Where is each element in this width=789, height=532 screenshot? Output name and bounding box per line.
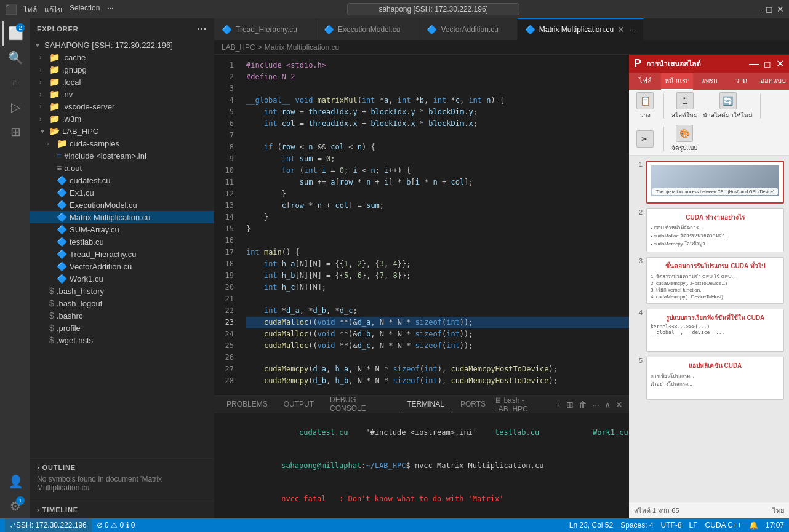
status-time: 17:07 [766, 521, 784, 530]
tool-divider-1 [663, 94, 664, 119]
terminal-add-button[interactable]: + [555, 399, 563, 411]
sidebar-item-local[interactable]: › 📁 .local [30, 76, 214, 88]
slides-nav-insert[interactable]: แทรก [693, 73, 725, 90]
status-ssh-item[interactable]: ⇌ SSH: 172.30.222.196 [5, 518, 92, 532]
activity-settings[interactable]: ⚙ 1 [2, 494, 27, 518]
matrix-tab-more[interactable]: ··· [630, 25, 636, 34]
menu-edit[interactable]: แก้ไข [44, 4, 62, 15]
bottom-panel: PROBLEMS OUTPUT DEBUG CONSOLE TERMINAL P… [214, 395, 629, 518]
sidebar-item-nv[interactable]: › 📁 .nv [30, 88, 214, 100]
tab-matrix[interactable]: 🔷 Matrix Multiplication.cu ✕ ··· [518, 18, 644, 40]
terminal-more-button[interactable]: ··· [591, 399, 601, 411]
activity-explorer[interactable]: ⬜ 2 [2, 21, 27, 46]
status-encoding[interactable]: UTF-8 [661, 521, 682, 530]
slide-thumb-2[interactable]: 2 CUDA ทำงานอย่างไร • CPU ทำหน้าที่จัดกา… [634, 208, 784, 252]
sidebar-item-executionmodel-cu[interactable]: › 🔷 ExecutionModel.cu [30, 199, 214, 211]
window-controls: — ◻ ✕ [753, 4, 784, 14]
status-errors[interactable]: ⊘ 0 ⚠ 0 ℹ 0 [97, 521, 135, 530]
sidebar-item-cache[interactable]: › 📁 .cache [30, 51, 214, 63]
slides-minimize-icon[interactable]: — [749, 58, 759, 69]
sidebar-item-cudatest-cu[interactable]: › 🔷 cudatest.cu [30, 174, 214, 186]
slides-close-icon[interactable]: ✕ [776, 58, 784, 69]
status-notifications-icon[interactable]: 🔔 [749, 521, 758, 530]
sidebar-item-ex1-cu[interactable]: › 🔷 Ex1.cu [30, 186, 214, 199]
menu-file[interactable]: ไฟล์ [23, 4, 37, 15]
tab-tread-hierachy[interactable]: 🔷 Tread_Hierachy.cu ✕ [214, 18, 316, 40]
activity-accounts[interactable]: 👤 [2, 469, 27, 494]
slides-expand-icon[interactable]: ◻ [764, 59, 771, 69]
sidebar-item-bashrc[interactable]: › $ .bashrc [30, 309, 214, 322]
sidebar-item-a-out[interactable]: › ≡ a.out [30, 162, 214, 174]
code-lines[interactable]: #include <stdio.h> #define N 2 __global_… [241, 55, 629, 395]
sidebar-item-vscode-server[interactable]: › 📁 .vscode-server [30, 100, 214, 113]
tab-executionmodel[interactable]: 🔷 ExecutionModel.cu ✕ [316, 18, 419, 40]
slides-tool-paste[interactable]: 📋 วาง [634, 92, 656, 120]
search-input[interactable]: sahapong [SSH: 172.30.222.196] [347, 3, 519, 15]
sidebar-item-profile[interactable]: › $ .profile [30, 322, 214, 334]
terminal-split-button[interactable]: ⊞ [565, 399, 575, 411]
sidebar-item-vectoraddition-cu[interactable]: › 🔷 VectorAddition.cu [30, 260, 214, 272]
sidebar-item-wget-hsts[interactable]: › $ .wget-hsts [30, 334, 214, 346]
terminal-collapse-button[interactable]: ∧ [603, 399, 612, 411]
slides-tool-new-slide[interactable]: 🗒 สไลด์ใหม่ [671, 92, 698, 120]
terminal-trash-button[interactable]: 🗑 [577, 399, 588, 411]
activity-search[interactable]: 🔍 [2, 46, 27, 70]
close-button[interactable]: ✕ [777, 4, 784, 14]
restore-button[interactable]: ◻ [766, 4, 773, 14]
terminal-close-button[interactable]: ✕ [614, 399, 624, 411]
activity-source-control[interactable]: ⑃ [2, 70, 27, 95]
sidebar-item-matrix-cu[interactable]: › 🔷 Matrix Multiplication.cu [30, 211, 214, 223]
sidebar-item-bash-history[interactable]: › $ .bash_history [30, 285, 214, 297]
status-language[interactable]: CUDA C++ [705, 521, 742, 530]
terminal-content[interactable]: cudatest.cu '#include <iostream>.ini' te… [214, 413, 629, 518]
slide-thumb-3[interactable]: 3 ขั้นตอนการรันโปรแกรม CUDA ทั่วไป 1. จั… [634, 257, 784, 304]
slides-nav-file[interactable]: ไฟล์ [629, 73, 661, 90]
activity-extensions[interactable]: ⊞ [2, 119, 27, 144]
tree-root[interactable]: ▼ SAHAPONG [SSH: 172.30.222.196] [30, 39, 214, 51]
tab-debug-console[interactable]: DEBUG CONSOLE [322, 396, 398, 413]
slide-thumb-5[interactable]: 5 แอปพลิเคชัน CUDA การเขียนโปรแกรม... ตั… [634, 357, 784, 400]
sidebar-item-cuda-samples[interactable]: › 📁 cuda-samples [30, 137, 214, 149]
sidebar-item-testlab-cu[interactable]: › 🔷 testlab.cu [30, 236, 214, 248]
menu-more[interactable]: ··· [107, 4, 113, 15]
tab-ports[interactable]: PORTS [453, 396, 493, 413]
sidebar-more-icon[interactable]: ··· [197, 23, 207, 34]
menu-selection[interactable]: Selection [70, 4, 100, 15]
slide-thumb-1[interactable]: 1 The operation process between CPU (Hos… [634, 161, 784, 204]
ex1-cu-icon: 🔷 [57, 188, 67, 197]
sidebar-item-tread-cu[interactable]: › 🔷 Tread_Hierachy.cu [30, 248, 214, 260]
timeline-header[interactable]: › TIMELINE [37, 506, 207, 514]
sidebar-item-sumarray-cu[interactable]: › 🔷 SUM-Array.cu [30, 223, 214, 236]
tab-terminal[interactable]: TERMINAL [399, 396, 452, 413]
bash-logout-icon: $ [49, 298, 54, 308]
tab-output[interactable]: OUTPUT [276, 396, 321, 413]
minimize-button[interactable]: — [753, 4, 762, 14]
sidebar-item-work1-cu[interactable]: › 🔷 Work1.cu [30, 272, 214, 285]
terminal-file-2: '#include <iostream>.ini' [366, 428, 495, 437]
slides-nav-home[interactable]: หน้าแรก [661, 73, 693, 90]
slides-tool-cut[interactable]: ✂ [634, 130, 656, 148]
slides-nav-draw[interactable]: วาด [725, 73, 757, 90]
matrix-tab-close[interactable]: ✕ [617, 25, 625, 34]
status-position[interactable]: Ln 23, Col 52 [569, 521, 613, 530]
tread-tab-label: Tread_Hierachy.cu [236, 25, 297, 34]
slides-tool-reuse[interactable]: 🔄 นำสไลด์มาใช้ใหม่ [703, 92, 753, 120]
tab-vectoraddition[interactable]: 🔷 VectorAddition.cu ✕ [419, 18, 517, 40]
activity-run[interactable]: ▷ [2, 95, 27, 119]
sidebar-item-gnupg[interactable]: › 📁 .gnupg [30, 63, 214, 76]
sidebar-item-lab-hpc[interactable]: ▼ 📂 LAB_HPC [30, 125, 214, 137]
breadcrumb-file[interactable]: Matrix Multiplication.cu [265, 43, 339, 52]
status-spaces[interactable]: Spaces: 4 [620, 521, 653, 530]
slide-thumb-4[interactable]: 4 รูปแบบการเรียกฟังก์ชันที่ใช้ใน CUDA ke… [634, 309, 784, 352]
line-num-15: 15 [214, 223, 241, 235]
status-eol[interactable]: LF [689, 521, 698, 530]
slides-nav-design[interactable]: ออกแบบ [757, 73, 789, 90]
outline-header[interactable]: › OUTLINE [37, 464, 207, 471]
sidebar-item-w3m[interactable]: › 📁 .w3m [30, 113, 214, 125]
breadcrumb-lab-hpc[interactable]: LAB_HPC [222, 43, 255, 52]
slides-tool-format[interactable]: 🎨 จัดรูปแบบ [671, 125, 697, 153]
sidebar-item-iostream-ini[interactable]: › ≡ #include <iostream>.ini [30, 149, 214, 162]
sidebar-item-bash-logout[interactable]: › $ .bash_logout [30, 297, 214, 309]
tab-problems[interactable]: PROBLEMS [219, 396, 275, 413]
line-num-19: 19 [214, 270, 241, 282]
